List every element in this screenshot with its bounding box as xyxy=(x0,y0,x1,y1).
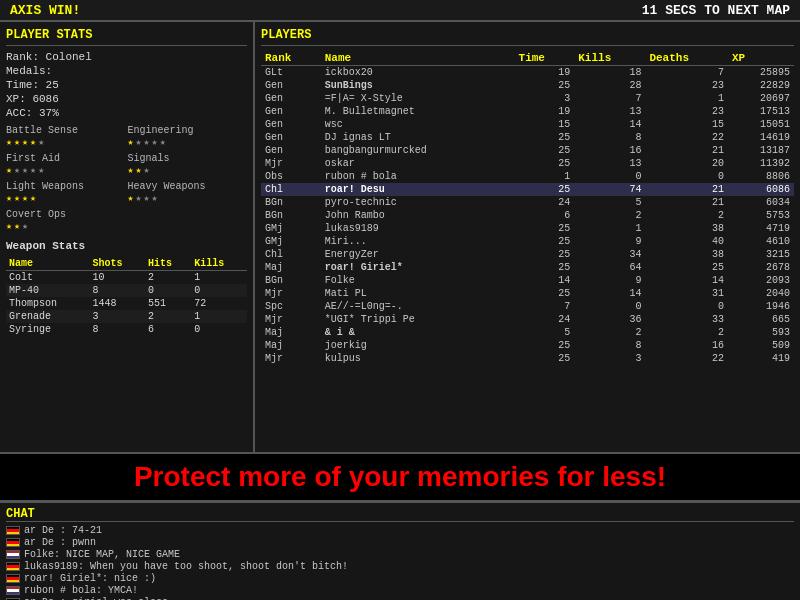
star-icon: ★ xyxy=(14,192,20,204)
player-kills: 13 xyxy=(574,157,645,170)
player-name: ickbox20 xyxy=(321,66,515,80)
chat-line: ar De : 74-21 xyxy=(6,525,794,536)
heavy-weapons-stars: ★ ★ ★ ★ xyxy=(128,192,248,204)
player-kills: 74 xyxy=(574,183,645,196)
rank-label: Rank: Colonel xyxy=(6,51,92,63)
player-name: DJ ignas LT xyxy=(321,131,515,144)
weapons-table: Name Shots Hits Kills Colt1021MP-40800Th… xyxy=(6,257,247,336)
player-kills: 13 xyxy=(574,105,645,118)
player-kills: 28 xyxy=(574,79,645,92)
player-rank: Mjr xyxy=(261,287,321,300)
table-cell: 1448 xyxy=(89,297,145,310)
table-cell: 1 xyxy=(191,271,247,285)
ad-banner: Protect more of your memories for less! xyxy=(0,452,800,502)
player-deaths: 38 xyxy=(645,248,728,261)
player-kills: 2 xyxy=(574,326,645,339)
medals-row: Medals: xyxy=(6,65,247,77)
player-rank: Gen xyxy=(261,118,321,131)
star-icon: ★ xyxy=(22,136,28,148)
xp-row: XP: 6086 xyxy=(6,93,247,105)
battle-sense-label: Battle Sense xyxy=(6,125,126,136)
player-rank: Gen xyxy=(261,92,321,105)
light-weapons-stars: ★ ★ ★ ★ xyxy=(6,192,126,204)
star-icon: ★ xyxy=(136,192,142,204)
player-kills: 14 xyxy=(574,287,645,300)
player-xp: 2093 xyxy=(728,274,794,287)
player-name: pyro-technic xyxy=(321,196,515,209)
player-rank: GLt xyxy=(261,66,321,80)
star-icon: ★ xyxy=(6,220,12,232)
player-deaths: 38 xyxy=(645,222,728,235)
player-deaths: 21 xyxy=(645,144,728,157)
table-row: Majjoerkig25816509 xyxy=(261,339,794,352)
star-icon: ★ xyxy=(14,220,20,232)
time-row: Time: 25 xyxy=(6,79,247,91)
player-stats-title: PLAYER STATS xyxy=(6,28,247,46)
player-time: 25 xyxy=(515,287,575,300)
player-time: 25 xyxy=(515,183,575,196)
player-deaths: 2 xyxy=(645,326,728,339)
player-name: joerkig xyxy=(321,339,515,352)
ad-text-content: Protect more of your memories for less! xyxy=(134,461,666,492)
skills-grid: Battle Sense ★ ★ ★ ★ ★ Engineering ★ ★ ★… xyxy=(6,125,247,235)
player-kills: 36 xyxy=(574,313,645,326)
player-time: 25 xyxy=(515,339,575,352)
table-cell: MP-40 xyxy=(6,284,89,297)
table-row: GenDJ ignas LT2582214619 xyxy=(261,131,794,144)
player-rank: GMj xyxy=(261,235,321,248)
chat-message: lukas9189: When you have too shoot, shoo… xyxy=(24,561,348,572)
table-row: Genbangbangurmurcked25162113187 xyxy=(261,144,794,157)
player-xp: 2678 xyxy=(728,261,794,274)
player-xp: 14619 xyxy=(728,131,794,144)
chat-message: rubon # bola: YMCA! xyxy=(24,585,138,596)
player-rank: Maj xyxy=(261,326,321,339)
player-rank: Mjr xyxy=(261,352,321,365)
table-cell: 72 xyxy=(191,297,247,310)
player-deaths: 23 xyxy=(645,79,728,92)
players-scroll[interactable]: Rank Name Time Kills Deaths XP GLtickbox… xyxy=(261,51,794,421)
star-icon: ★ xyxy=(128,192,134,204)
player-time: 3 xyxy=(515,92,575,105)
player-deaths: 33 xyxy=(645,313,728,326)
time-value: Time: 25 xyxy=(6,79,59,91)
main-area: PLAYER STATS Rank: Colonel Medals: Time:… xyxy=(0,22,800,452)
player-time: 19 xyxy=(515,66,575,80)
col-kills: Kills xyxy=(574,51,645,66)
player-xp: 15051 xyxy=(728,118,794,131)
rank-row: Rank: Colonel xyxy=(6,51,247,63)
player-rank: Gen xyxy=(261,131,321,144)
player-name: =F|A= X-Style xyxy=(321,92,515,105)
player-rank: Maj xyxy=(261,339,321,352)
table-cell: 8 xyxy=(89,284,145,297)
star-icon: ★ xyxy=(22,220,28,232)
table-row: Genwsc15141515051 xyxy=(261,118,794,131)
player-deaths: 31 xyxy=(645,287,728,300)
player-name: M. Bulletmagnet xyxy=(321,105,515,118)
star-icon: ★ xyxy=(30,192,36,204)
player-name: SunBings xyxy=(321,79,515,92)
player-kills: 34 xyxy=(574,248,645,261)
player-xp: 6086 xyxy=(728,183,794,196)
player-time: 25 xyxy=(515,222,575,235)
engineering-stars: ★ ★ ★ ★ ★ xyxy=(128,136,248,148)
star-icon: ★ xyxy=(30,136,36,148)
player-deaths: 15 xyxy=(645,118,728,131)
battle-sense-stars: ★ ★ ★ ★ ★ xyxy=(6,136,126,148)
weapon-col-kills: Kills xyxy=(191,257,247,271)
axis-win-label: AXIS WIN! xyxy=(10,3,80,18)
table-cell: Colt xyxy=(6,271,89,285)
col-spacer xyxy=(501,51,515,66)
signals-stars: ★ ★ ★ xyxy=(128,164,248,176)
player-time: 15 xyxy=(515,118,575,131)
player-rank: GMj xyxy=(261,222,321,235)
player-rank: Chl xyxy=(261,183,321,196)
star-icon: ★ xyxy=(14,136,20,148)
star-icon: ★ xyxy=(144,192,150,204)
player-name: roar! Desu xyxy=(321,183,515,196)
player-name: *UGI* Trippi Pe xyxy=(321,313,515,326)
player-name: AE//-=L0ng=-. xyxy=(321,300,515,313)
star-icon: ★ xyxy=(160,136,166,148)
player-deaths: 21 xyxy=(645,183,728,196)
player-time: 24 xyxy=(515,313,575,326)
player-xp: 1946 xyxy=(728,300,794,313)
